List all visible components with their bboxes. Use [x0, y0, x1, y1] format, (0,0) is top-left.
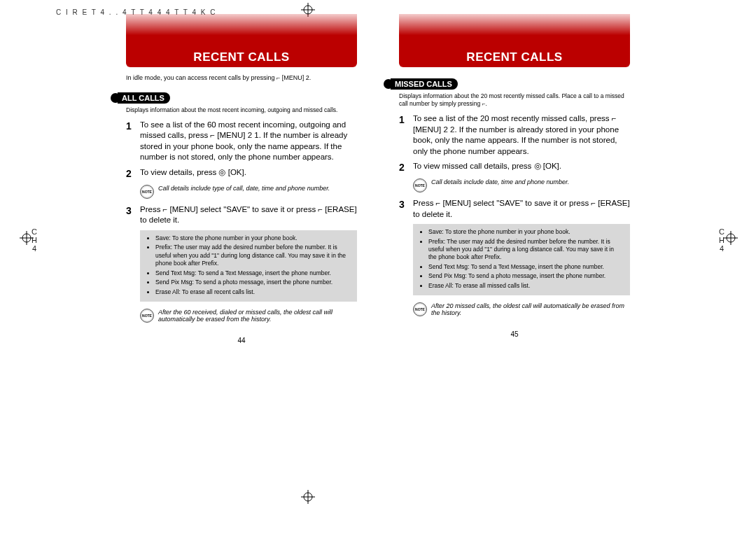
box-item: Send Text Msg: To send a Text Message, i…	[428, 263, 623, 271]
note-text: After the 60 received, dialed or missed …	[158, 309, 357, 323]
box-item: Send Pix Msg: To send a photo message, i…	[155, 279, 350, 286]
box-item: Send Pix Msg: To send a photo message, i…	[428, 272, 623, 280]
note-2: NOTE After the 60 received, dialed or mi…	[140, 309, 357, 323]
note-icon: NOTE	[140, 309, 154, 323]
step-text: To see a list of the 60 most recent inco…	[140, 120, 357, 163]
step-number: 2	[399, 161, 413, 174]
chapter-tab-right: C H 4	[715, 227, 728, 253]
page-45: RECENT CALLS MISSED CALLS Displays infor…	[378, 0, 651, 344]
box-item: Save: To store the phone number in your …	[155, 234, 350, 242]
page-number: 44	[112, 337, 371, 344]
note-icon: NOTE	[140, 185, 154, 199]
note-text: After 20 missed calls, the oldest call w…	[431, 302, 630, 316]
info-box: Save: To store the phone number in your …	[140, 230, 357, 302]
step-2: 2 To view missed call details, press ◎ […	[399, 161, 630, 174]
step-text: To see a list of the 20 most recently mi…	[413, 113, 630, 157]
step-number: 3	[399, 198, 413, 220]
chapter-tab-left: C H 4	[28, 227, 41, 253]
note-icon: NOTE	[413, 302, 427, 316]
step-number: 2	[126, 167, 140, 181]
note-text: Call details include type of call, date,…	[158, 185, 330, 192]
step-text: To view missed call details, press ◎ [OK…	[413, 161, 630, 174]
box-item: Save: To store the phone number in your …	[428, 228, 623, 236]
section-subtitle: Displays information about the most rece…	[126, 106, 357, 114]
section-all-calls: ALL CALLS	[118, 92, 170, 104]
svg-point-11	[304, 493, 312, 501]
section-subtitle: Displays information about the 20 most r…	[399, 92, 630, 108]
box-item: Send Text Msg: To send a Text Message, i…	[155, 269, 350, 277]
step-3: 3 Press ⌐ [MENU] select "SAVE" to save i…	[399, 198, 630, 220]
step-text: To view details, press ◎ [OK].	[140, 167, 357, 181]
step-1: 1 To see a list of the 20 most recently …	[399, 113, 630, 157]
section-missed-calls: MISSED CALLS	[391, 78, 458, 90]
step-number: 1	[399, 113, 413, 157]
intro-text: In idle mode, you can access recent call…	[126, 74, 357, 83]
step-number: 3	[126, 204, 140, 226]
step-2: 2 To view details, press ◎ [OK].	[126, 167, 357, 181]
note-1: NOTE Call details include date, time and…	[413, 178, 630, 192]
step-3: 3 Press ⌐ [MENU] select "SAVE" to save i…	[126, 204, 357, 226]
box-item: Erase All: To erase all recent calls lis…	[155, 288, 350, 296]
step-text: Press ⌐ [MENU] select "SAVE" to save it …	[140, 204, 357, 226]
step-text: Press ⌐ [MENU] select "SAVE" to save it …	[413, 198, 630, 220]
page-title: RECENT CALLS	[399, 14, 630, 67]
box-item: Prefix: The user may add the desired num…	[428, 238, 623, 262]
note-icon: NOTE	[413, 178, 427, 192]
box-item: Prefix: The user may add the desired num…	[155, 244, 350, 267]
note-text: Call details include date, time and phon…	[431, 178, 569, 185]
page-title: RECENT CALLS	[126, 14, 357, 67]
note-1: NOTE Call details include type of call, …	[140, 185, 357, 199]
page-44: RECENT CALLS In idle mode, you can acces…	[105, 0, 378, 344]
note-2: NOTE After 20 missed calls, the oldest c…	[413, 302, 630, 316]
info-box: Save: To store the phone number in your …	[413, 224, 630, 295]
page-number: 45	[385, 330, 644, 338]
box-item: Erase All: To erase all missed calls lis…	[428, 282, 623, 290]
step-1: 1 To see a list of the 60 most recent in…	[126, 120, 357, 163]
step-number: 1	[126, 120, 140, 163]
